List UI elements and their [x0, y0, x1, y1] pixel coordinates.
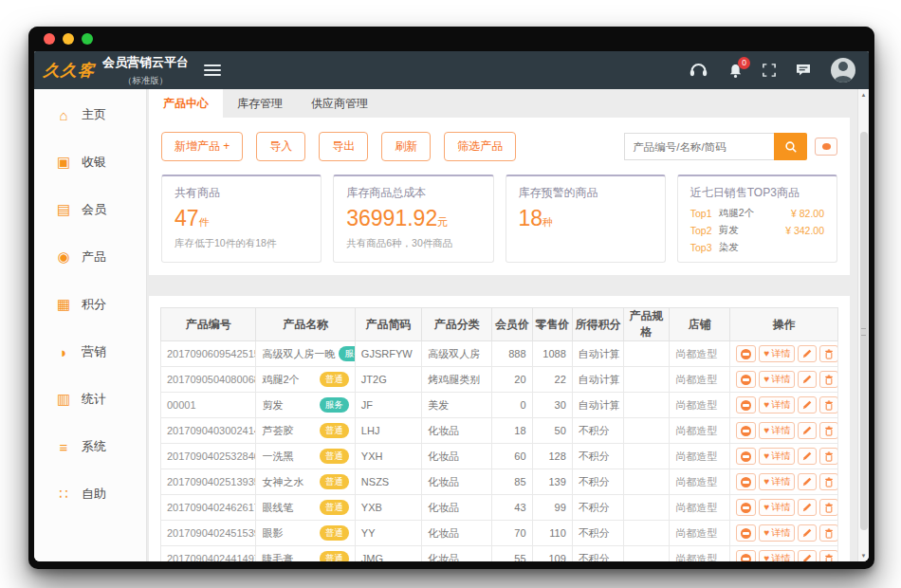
messages-chat-icon[interactable] — [796, 64, 811, 77]
zoom-window-button[interactable] — [82, 33, 93, 45]
cell-spec — [624, 469, 670, 495]
cell-points: 不积分 — [572, 418, 623, 444]
detail-button[interactable]: ♥详情 — [759, 499, 795, 516]
sidebar-item[interactable]: ▦ 积分 — [34, 281, 146, 328]
edit-button[interactable] — [798, 422, 817, 439]
cell-store: 尚都造型 — [670, 444, 730, 469]
toolbar-button[interactable]: 刷新 — [381, 132, 431, 161]
barcode-button[interactable] — [736, 396, 756, 413]
detail-button[interactable]: ♥详情 — [759, 396, 795, 413]
cell-product-code: 20170904025328404 — [161, 444, 256, 469]
fullscreen-icon[interactable] — [763, 64, 776, 77]
barcode-button[interactable] — [736, 524, 756, 542]
table-row: 20170904024626173 眼线笔 普通 YXB — [161, 495, 838, 521]
delete-button[interactable] — [819, 524, 837, 542]
search-input[interactable] — [624, 133, 774, 160]
barcode-button[interactable] — [736, 550, 756, 561]
toolbar: 新增产品 + 导入 导出 刷新 筛选产品 — [161, 132, 837, 161]
sidebar-item-label: 系统 — [82, 438, 106, 455]
tab[interactable]: 供应商管理 — [297, 89, 382, 118]
edit-button[interactable] — [798, 371, 817, 388]
minimize-window-button[interactable] — [63, 33, 74, 45]
sidebar-item[interactable]: ∷ 自助 — [34, 470, 146, 518]
delete-button[interactable] — [819, 396, 837, 413]
toolbar-button[interactable]: 新增产品 + — [161, 132, 243, 161]
cell-product-name: 女神之水 普通 — [256, 469, 355, 495]
cell-product-category: 化妆品 — [422, 495, 492, 521]
search-button[interactable] — [774, 133, 807, 160]
detail-button[interactable]: ♥详情 — [759, 345, 795, 362]
notifications-bell-icon[interactable]: 0 — [728, 63, 743, 79]
sidebar-item[interactable]: ◗ 营销 — [34, 328, 146, 376]
eye-icon — [822, 143, 831, 150]
detail-button[interactable]: ♥详情 — [759, 550, 795, 561]
cell-product-name: 剪发 服务 — [256, 393, 355, 418]
trash-icon — [824, 451, 834, 462]
sidebar-item[interactable]: ≡ 系统 — [34, 423, 146, 470]
toolbar-button[interactable]: 筛选产品 — [444, 132, 516, 161]
cell-product-code: 00001 — [161, 393, 256, 418]
detail-button[interactable]: ♥详情 — [759, 448, 795, 465]
cell-member-price: 888 — [492, 341, 532, 367]
label-icon — [741, 400, 751, 411]
detail-button[interactable]: ♥详情 — [759, 524, 795, 542]
product-type-badge: 普通 — [320, 525, 349, 541]
heart-icon: ♥ — [763, 451, 769, 461]
detail-button[interactable]: ♥详情 — [759, 371, 795, 388]
label-icon — [741, 477, 751, 487]
delete-button[interactable] — [819, 371, 837, 388]
cell-product-code: 20170904030024142 — [161, 418, 256, 444]
barcode-button[interactable] — [736, 473, 756, 490]
delete-button[interactable] — [819, 550, 837, 561]
sidebar-item-label: 自助 — [82, 486, 106, 503]
toolbar-panel: 新增产品 + 导入 导出 刷新 筛选产品 — [149, 118, 850, 275]
barcode-button[interactable] — [736, 499, 756, 516]
support-headset-icon[interactable] — [689, 63, 708, 78]
label-icon — [741, 503, 751, 513]
edit-button[interactable] — [798, 550, 817, 561]
edit-button[interactable] — [798, 473, 817, 490]
barcode-button[interactable] — [736, 371, 756, 388]
sidebar-item[interactable]: ◉ 产品 — [34, 233, 146, 281]
delete-button[interactable] — [819, 448, 837, 465]
delete-button[interactable] — [819, 345, 837, 362]
toolbar-button[interactable]: 导入 — [256, 132, 305, 161]
delete-button[interactable] — [819, 422, 837, 439]
pencil-icon — [802, 451, 812, 461]
sidebar-item[interactable]: ▥ 统计 — [34, 376, 146, 423]
sidebar-item[interactable]: ▣ 收银 — [34, 138, 146, 186]
scrollbar-thumb[interactable] — [860, 132, 868, 530]
tab[interactable]: 库存管理 — [223, 89, 297, 118]
scroll-down-arrow[interactable]: ▼ — [858, 550, 869, 561]
sidebar-item[interactable]: ▤ 会员 — [34, 186, 146, 233]
detail-button[interactable]: ♥详情 — [759, 473, 795, 490]
vertical-scrollbar[interactable]: ▲ ▼ — [857, 89, 869, 561]
cell-product-name: 睫毛膏 普通 — [256, 546, 355, 562]
toggle-view-button[interactable] — [815, 138, 837, 156]
barcode-button[interactable] — [736, 448, 756, 465]
close-window-button[interactable] — [44, 33, 55, 45]
edit-button[interactable] — [798, 396, 817, 413]
menu-toggle-icon[interactable] — [204, 62, 221, 79]
edit-button[interactable] — [798, 345, 817, 362]
cell-member-price: 18 — [492, 418, 532, 444]
delete-button[interactable] — [819, 473, 837, 490]
edit-button[interactable] — [798, 448, 817, 465]
tab[interactable]: 产品中心 — [149, 89, 223, 118]
barcode-button[interactable] — [736, 345, 756, 362]
user-avatar[interactable] — [831, 58, 855, 83]
product-table: 产品编号产品名称产品简码产品分类会员价零售价所得积分产品规格店铺操作 20170… — [160, 307, 838, 561]
edit-button[interactable] — [798, 499, 817, 516]
delete-button[interactable] — [819, 499, 837, 516]
scroll-up-arrow[interactable]: ▲ — [858, 89, 869, 101]
barcode-button[interactable] — [736, 422, 756, 439]
detail-button[interactable]: ♥详情 — [759, 422, 795, 439]
trash-icon — [824, 477, 834, 487]
product-type-badge: 普通 — [320, 474, 349, 489]
cell-points: 自动计算 — [572, 341, 623, 367]
toolbar-button[interactable]: 导出 — [319, 132, 368, 161]
cell-spec — [624, 393, 670, 418]
sidebar-item[interactable]: ⌂ 主页 — [34, 91, 146, 138]
table-row: 20170905040800689 鸡腿2个 普通 JT2G — [161, 367, 838, 393]
edit-button[interactable] — [798, 524, 817, 542]
